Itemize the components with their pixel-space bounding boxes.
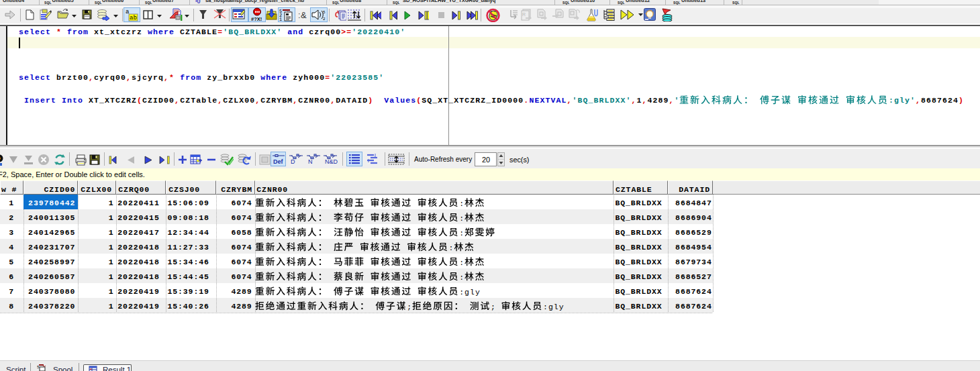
svg-text:N: N (308, 158, 313, 165)
svg-text:2: 2 (323, 17, 326, 21)
svg-text:R: R (522, 12, 526, 17)
svg-text:D: D (291, 158, 295, 165)
svg-text:;: ; (491, 303, 501, 311)
svg-text:Def: Def (273, 158, 284, 165)
svg-text::: : (459, 229, 464, 237)
svg-text::: : (459, 273, 464, 282)
svg-text::: : (459, 258, 464, 267)
svg-text::gly: :gly (543, 303, 565, 311)
svg-text::gly: :gly (459, 288, 481, 297)
svg-text:5: 5 (323, 10, 326, 15)
svg-text:ab: ab (130, 15, 137, 21)
svg-text:5: 5 (37, 365, 40, 370)
svg-text::: : (459, 199, 464, 208)
svg-text::: : (459, 214, 464, 223)
svg-text:;: ; (407, 303, 412, 311)
svg-text:1: 1 (279, 17, 282, 21)
svg-text:#?X!: #?X! (251, 16, 262, 21)
svg-text:&: & (301, 10, 307, 20)
svg-text:N&D: N&D (325, 158, 338, 165)
svg-text::: : (448, 244, 454, 252)
